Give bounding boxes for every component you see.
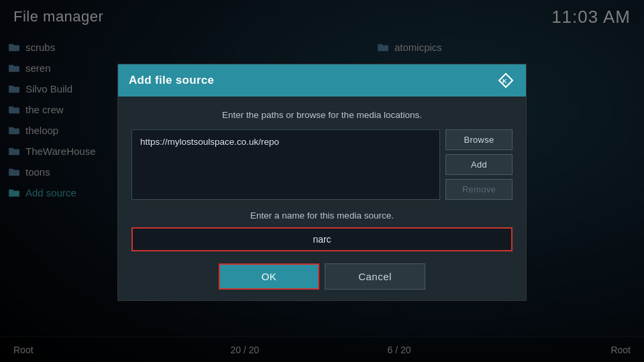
kodi-svg: K [498, 72, 514, 88]
modal-body: Enter the paths or browse for the media … [118, 97, 526, 300]
name-instruction: Enter a name for this media source. [131, 210, 513, 221]
url-action-buttons: Browse Add Remove [445, 129, 513, 200]
url-value: https://mylostsoulspace.co.uk/repo [140, 137, 279, 147]
source-name-input[interactable] [131, 227, 513, 251]
remove-button[interactable]: Remove [445, 179, 513, 200]
modal-header: Add file source K [118, 64, 526, 97]
kodi-logo-icon: K [496, 71, 515, 90]
url-section: https://mylostsoulspace.co.uk/repo Brows… [131, 129, 513, 200]
add-button[interactable]: Add [445, 154, 513, 175]
url-input-area[interactable]: https://mylostsoulspace.co.uk/repo [131, 129, 440, 200]
path-instruction: Enter the paths or browse for the media … [131, 110, 513, 120]
svg-text:K: K [502, 78, 507, 84]
name-input-container [131, 227, 513, 251]
ok-button[interactable]: OK [219, 263, 319, 290]
modal-action-buttons: OK Cancel [131, 263, 513, 290]
browse-button[interactable]: Browse [445, 129, 513, 150]
cancel-button[interactable]: Cancel [325, 263, 425, 290]
add-file-source-dialog: Add file source K Enter the paths or bro… [117, 64, 527, 301]
modal-title: Add file source [129, 74, 214, 87]
